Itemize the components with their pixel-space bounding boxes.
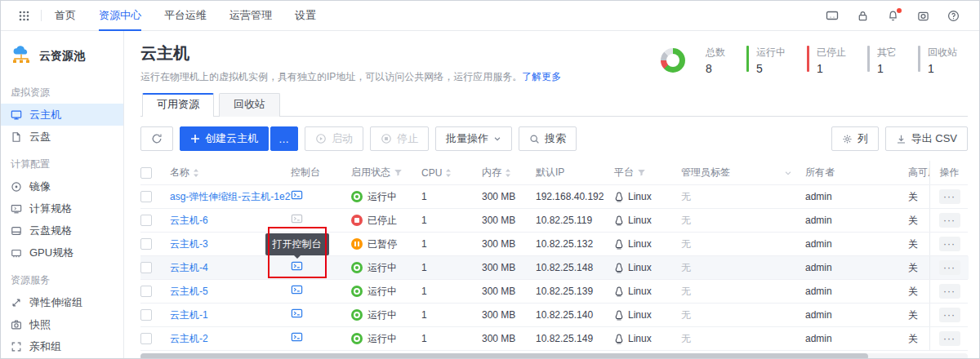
columns-label: 列 <box>858 131 868 146</box>
start-label: 启动 <box>332 131 353 146</box>
nav-resource-center[interactable]: 资源中心 <box>99 1 141 31</box>
tab-available-resources[interactable]: 可用资源 <box>142 93 214 117</box>
status-text: 运行中 <box>368 190 397 204</box>
chevron-down-icon[interactable] <box>784 169 792 177</box>
scaling-arrows-icon <box>11 297 22 308</box>
admin-tag-value: 无 <box>681 261 805 275</box>
owner-value: admin <box>805 238 908 250</box>
sidebar-header[interactable]: 云资源池 <box>1 39 123 76</box>
sidebar-item-label: 镜像 <box>29 180 51 194</box>
sidebar-item-cloud-host[interactable]: 云主机 <box>1 104 123 126</box>
vm-name-link[interactable]: 云主机-4 <box>170 262 208 273</box>
lock-icon[interactable] <box>857 10 869 22</box>
console-session-icon[interactable] <box>826 9 839 22</box>
row-checkbox[interactable] <box>140 309 152 321</box>
vm-name-link[interactable]: asg-弹性伸缩组-云主机-1e2fc <box>170 191 291 202</box>
column-cpu[interactable]: CPU <box>421 167 442 179</box>
column-status[interactable]: 启用状态 <box>351 166 390 180</box>
select-all-checkbox[interactable] <box>140 167 152 179</box>
open-console-icon[interactable] <box>291 189 303 202</box>
create-more-button[interactable]: … <box>270 126 298 151</box>
search-button[interactable]: 搜索 <box>519 126 577 151</box>
columns-button[interactable]: 列 <box>831 126 879 151</box>
refresh-button[interactable] <box>140 126 173 151</box>
row-checkbox[interactable] <box>140 215 152 226</box>
open-console-icon[interactable] <box>291 260 303 273</box>
scrollbar-thumb[interactable] <box>140 353 868 359</box>
sidebar-item-cloud-disk[interactable]: 云盘 <box>1 126 123 148</box>
batch-actions-button[interactable]: 批量操作 <box>435 126 512 151</box>
table-row[interactable]: 云主机-1 运行中 1 300 MB 10.82.25.140 Linux 无 … <box>140 304 968 327</box>
stat-value: 1 <box>817 62 846 75</box>
app-grid-icon[interactable] <box>19 11 29 21</box>
sidebar-item-snapshot[interactable]: 快照 <box>1 313 123 335</box>
sidebar-item-disk-spec[interactable]: 云盘规格 <box>1 219 123 242</box>
stat-other: 其它1 <box>867 46 907 75</box>
table-row[interactable]: 云主机-6 已停止 1 300 MB 10.82.25.119 Linux 无 … <box>140 209 968 233</box>
start-button[interactable]: 启动 <box>305 126 363 151</box>
open-console-icon[interactable] <box>291 331 303 343</box>
stop-button[interactable]: 停止 <box>370 126 429 151</box>
row-actions-button[interactable]: ··· <box>939 213 960 228</box>
sort-icon[interactable] <box>505 168 511 178</box>
column-default-ip: 默认IP <box>536 166 564 180</box>
table-row[interactable]: asg-弹性伸缩组-云主机-1e2fc 运行中 1 300 MB 192.168… <box>140 185 968 209</box>
ha-value: 关 <box>908 190 929 204</box>
sort-icon[interactable] <box>445 168 452 178</box>
cpu-value: 1 <box>421 309 482 321</box>
tab-recycle-bin[interactable]: 回收站 <box>219 93 280 117</box>
admin-tag-value: 无 <box>681 190 805 204</box>
platform-text: Linux <box>628 262 652 273</box>
owner-value: admin <box>805 262 908 273</box>
row-checkbox[interactable] <box>140 333 152 344</box>
vm-name-link[interactable]: 云主机-3 <box>170 238 208 250</box>
sidebar-item-compute-spec[interactable]: 计算规格 <box>1 197 123 219</box>
table-row[interactable]: 云主机-2 运行中 1 300 MB 10.82.25.149 Linux 无 … <box>140 327 968 351</box>
help-icon[interactable] <box>947 10 960 22</box>
table-header-row: 名称 控制台 启用状态 CPU 内存 默认IP 平台 管理员标签 所有者 高可用… <box>140 161 968 185</box>
stat-recycle: 回收站1 <box>918 46 968 75</box>
row-actions-button[interactable]: ··· <box>939 260 960 275</box>
nav-home[interactable]: 首页 <box>55 1 76 31</box>
column-high-availability: 高可用 <box>908 166 929 180</box>
sidebar-item-image[interactable]: 镜像 <box>1 175 123 197</box>
filter-icon[interactable] <box>394 168 403 177</box>
record-icon[interactable] <box>917 10 929 22</box>
row-checkbox[interactable] <box>140 286 152 297</box>
learn-more-link[interactable]: 了解更多 <box>522 71 561 82</box>
table-row[interactable]: 云主机-4 打开控制台 运行中 1 300 MB 10.82.25.148 Li… <box>140 256 968 280</box>
row-checkbox[interactable] <box>140 238 152 250</box>
column-memory[interactable]: 内存 <box>482 166 501 180</box>
sidebar-item-gpu-spec[interactable]: GPU规格 <box>1 242 123 264</box>
create-host-button[interactable]: 创建云主机 <box>180 126 269 151</box>
row-actions-button[interactable]: ··· <box>939 237 960 251</box>
stat-bar <box>807 46 809 72</box>
row-actions-button[interactable]: ··· <box>939 331 960 346</box>
sort-icon[interactable] <box>193 168 199 178</box>
open-console-icon[interactable] <box>291 308 303 320</box>
filter-icon[interactable] <box>637 168 646 177</box>
table-row[interactable]: 云主机-5 运行中 1 300 MB 10.82.25.139 Linux 无 … <box>140 280 968 304</box>
nav-operation-mgmt[interactable]: 运营管理 <box>229 1 272 31</box>
column-name[interactable]: 名称 <box>170 166 189 180</box>
bell-icon[interactable] <box>887 10 899 22</box>
vm-name-link[interactable]: 云主机-6 <box>170 215 208 226</box>
row-actions-button[interactable]: ··· <box>939 284 960 299</box>
sidebar-item-auto-scaling-group[interactable]: 弹性伸缩组 <box>1 291 123 313</box>
row-actions-button[interactable]: ··· <box>939 189 960 204</box>
vm-name-link[interactable]: 云主机-1 <box>170 309 208 321</box>
column-platform[interactable]: 平台 <box>614 166 634 180</box>
create-host-label: 创建云主机 <box>205 131 258 146</box>
row-checkbox[interactable] <box>140 262 152 273</box>
sidebar-item-affinity-group[interactable]: 亲和组 <box>1 335 123 357</box>
row-checkbox[interactable] <box>140 191 152 202</box>
vm-name-link[interactable]: 云主机-5 <box>170 286 208 297</box>
nav-platform-ops[interactable]: 平台运维 <box>164 1 207 31</box>
open-console-icon[interactable] <box>291 284 303 296</box>
export-csv-button[interactable]: 导出 CSV <box>885 126 968 151</box>
horizontal-scrollbar[interactable] <box>140 353 968 359</box>
open-console-icon[interactable] <box>291 213 303 225</box>
vm-name-link[interactable]: 云主机-2 <box>170 333 208 344</box>
nav-settings[interactable]: 设置 <box>295 1 316 31</box>
row-actions-button[interactable]: ··· <box>939 308 960 322</box>
